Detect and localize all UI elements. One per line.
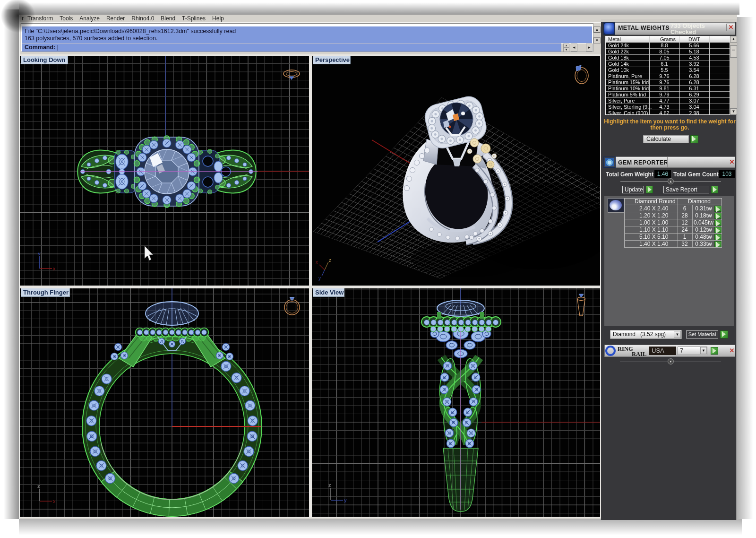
- svg-text:y: y: [318, 276, 321, 281]
- svg-text:x: x: [316, 260, 318, 265]
- svg-text:y: y: [38, 251, 41, 256]
- svg-text:z: z: [37, 483, 40, 489]
- svg-text:x: x: [53, 266, 56, 271]
- svg-text:z: z: [328, 482, 331, 488]
- svg-text:x: x: [53, 498, 56, 504]
- svg-text:z: z: [329, 258, 331, 263]
- svg-text:y: y: [344, 497, 347, 503]
